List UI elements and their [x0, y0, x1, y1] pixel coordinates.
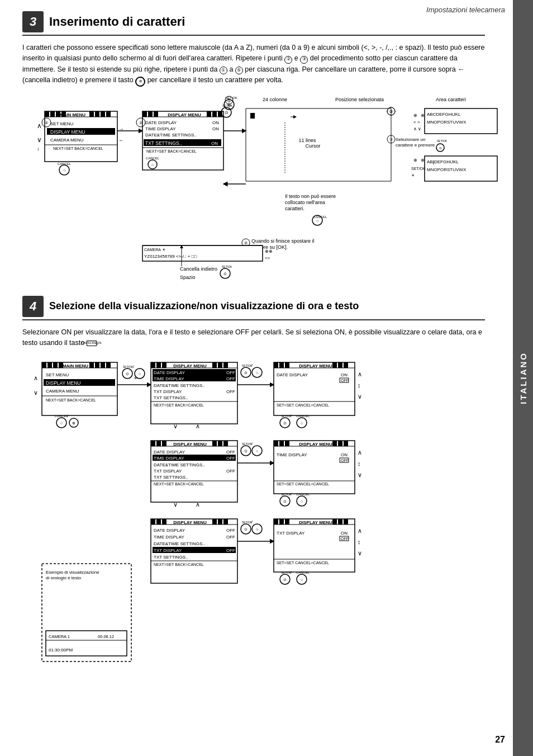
svg-rect-296	[338, 519, 342, 525]
svg-text:SET/OK: SET/OK	[411, 167, 426, 171]
svg-rect-242	[338, 441, 342, 446]
svg-text:DISPLAY MENU: DISPLAY MENU	[50, 129, 85, 135]
svg-text:SET MENU: SET MENU	[46, 372, 69, 377]
svg-text:TXT DISPLAY: TXT DISPLAY	[154, 548, 182, 553]
svg-text:Esempio di visualizzazione: Esempio di visualizzazione	[46, 570, 99, 575]
svg-rect-16	[89, 111, 94, 117]
svg-text:ON: ON	[212, 120, 219, 125]
svg-text:OFF: OFF	[341, 459, 349, 462]
svg-text:☀: ☀	[411, 173, 415, 177]
svg-text:collocato nell'area: collocato nell'area	[285, 200, 325, 205]
svg-text:∧: ∧	[196, 423, 200, 429]
svg-rect-127	[89, 362, 94, 368]
svg-text:○: ○	[301, 499, 303, 503]
svg-text:OFF: OFF	[226, 548, 235, 553]
svg-text:TXT DISPLAY: TXT DISPLAY	[154, 469, 182, 474]
svg-rect-241	[332, 441, 337, 446]
svg-text:AB|DEFGHIJKL: AB|DEFGHIJKL	[427, 159, 459, 164]
svg-text:OFF: OFF	[226, 376, 235, 381]
svg-text:SET/OK: SET/OK	[123, 365, 134, 368]
svg-text:< >: < >	[413, 120, 420, 125]
svg-text:Selezionare un: Selezionare un	[396, 137, 425, 142]
svg-text:⊙: ⊙	[439, 147, 442, 150]
svg-text:NEXT=SET  BACK=CANCEL: NEXT=SET BACK=CANCEL	[53, 147, 103, 150]
svg-text:OFF: OFF	[341, 379, 349, 382]
svg-text:∨: ∨	[37, 136, 42, 144]
svg-text:○: ○	[151, 163, 154, 167]
svg-rect-239	[285, 441, 289, 446]
svg-text:②: ②	[45, 121, 48, 125]
svg-rect-238	[279, 441, 284, 446]
section4-heading: Selezione della visualizzazione/non visu…	[49, 300, 359, 312]
svg-text:CAMERA MENU: CAMERA MENU	[46, 389, 79, 394]
svg-rect-295	[332, 519, 337, 525]
svg-text:CANCEL: CANCEL	[296, 414, 310, 418]
svg-rect-160	[218, 362, 222, 368]
svg-rect-215	[218, 441, 222, 446]
svg-rect-270	[223, 519, 228, 525]
svg-text:<>: <>	[265, 256, 270, 261]
svg-text:○: ○	[60, 421, 63, 425]
page-header: Impostazioni telecamera	[426, 6, 505, 14]
svg-text:DATE&TIME SETTINGS..: DATE&TIME SETTINGS..	[154, 541, 205, 546]
svg-rect-266	[162, 519, 166, 525]
section4-title: 4 Selezione della visualizzazione/non vi…	[22, 296, 485, 320]
svg-text:DATE DISPLAY: DATE DISPLAY	[154, 450, 185, 455]
svg-text:TXT SETTINGS..: TXT SETTINGS..	[145, 140, 182, 146]
svg-rect-292	[279, 519, 284, 525]
svg-text:○: ○	[139, 372, 141, 376]
svg-rect-129	[101, 362, 105, 368]
svg-rect-182	[274, 362, 355, 415]
svg-text:Cursor: Cursor	[305, 143, 320, 149]
svg-text:Quando si finisce spostare il: Quando si finisce spostare il	[251, 238, 315, 244]
svg-text:○: ○	[63, 168, 65, 172]
svg-text:∧: ∧	[196, 501, 200, 508]
svg-rect-40	[148, 111, 153, 117]
svg-text:TXT DISPLAY: TXT DISPLAY	[277, 531, 305, 536]
section4-number: 4	[22, 296, 44, 317]
svg-text:TIME DISPLAY: TIME DISPLAY	[154, 376, 184, 381]
svg-text:TIME DISPLAY: TIME DISPLAY	[154, 535, 184, 540]
svg-text:/: /	[67, 414, 68, 418]
svg-text:∧: ∧	[358, 371, 362, 377]
svg-text:TXT SETTINGS..: TXT SETTINGS..	[154, 555, 188, 560]
svg-text:DATE&TIME SETTINGS..: DATE&TIME SETTINGS..	[145, 133, 197, 138]
svg-text:di orologio e testo: di orologio e testo	[46, 575, 82, 580]
svg-rect-11	[45, 111, 49, 117]
svg-text:ON: ON	[341, 531, 348, 536]
svg-text:⊙: ⊙	[223, 272, 227, 276]
svg-text:OFF: OFF	[226, 456, 235, 461]
svg-text:TIME DISPLAY: TIME DISPLAY	[277, 452, 307, 457]
svg-rect-291	[274, 519, 278, 525]
svg-text:DATE DISPLAY: DATE DISPLAY	[154, 370, 185, 375]
svg-text:⊕: ⊕	[421, 158, 425, 163]
svg-text:○: ○	[256, 527, 258, 531]
svg-rect-39	[142, 111, 147, 117]
svg-text:OFF: OFF	[226, 535, 235, 540]
svg-rect-210	[151, 441, 155, 446]
svg-text:∧ ∨: ∧ ∨	[413, 126, 421, 131]
svg-text:NEXT=SET  BACK=CANCEL: NEXT=SET BACK=CANCEL	[154, 403, 204, 407]
header-title: Impostazioni telecamera	[426, 6, 505, 14]
svg-rect-17	[95, 111, 99, 117]
svg-text:∨: ∨	[358, 471, 362, 478]
svg-rect-216	[223, 441, 228, 446]
svg-text:ON: ON	[212, 126, 219, 131]
svg-text:↓: ↓	[37, 145, 40, 152]
svg-rect-189	[344, 362, 348, 368]
svg-text:○: ○	[256, 371, 258, 375]
svg-text:TXT DISPLAY: TXT DISPLAY	[154, 389, 182, 394]
svg-text:⊕: ⊕	[413, 113, 417, 118]
svg-text:DATE&TIME SETTINGS..: DATE&TIME SETTINGS..	[154, 383, 205, 388]
svg-text:⊙: ⊙	[283, 499, 287, 503]
svg-text:NEXT=SET  BACK=CANCEL: NEXT=SET BACK=CANCEL	[154, 482, 204, 486]
svg-rect-157	[162, 362, 166, 368]
svg-text:CANCEL: CANCEL	[296, 493, 310, 496]
svg-rect-185	[285, 362, 289, 368]
svg-text:SET/OK: SET/OK	[437, 139, 448, 143]
sidebar-label: ITALIANO	[518, 352, 528, 404]
svg-text:CAMERA MENU: CAMERA MENU	[50, 138, 84, 143]
section4-body: Selezionare ON per visualizzare la data,…	[22, 327, 485, 349]
svg-text:TXT SETTINGS..: TXT SETTINGS..	[154, 475, 188, 480]
svg-rect-69	[250, 113, 255, 119]
